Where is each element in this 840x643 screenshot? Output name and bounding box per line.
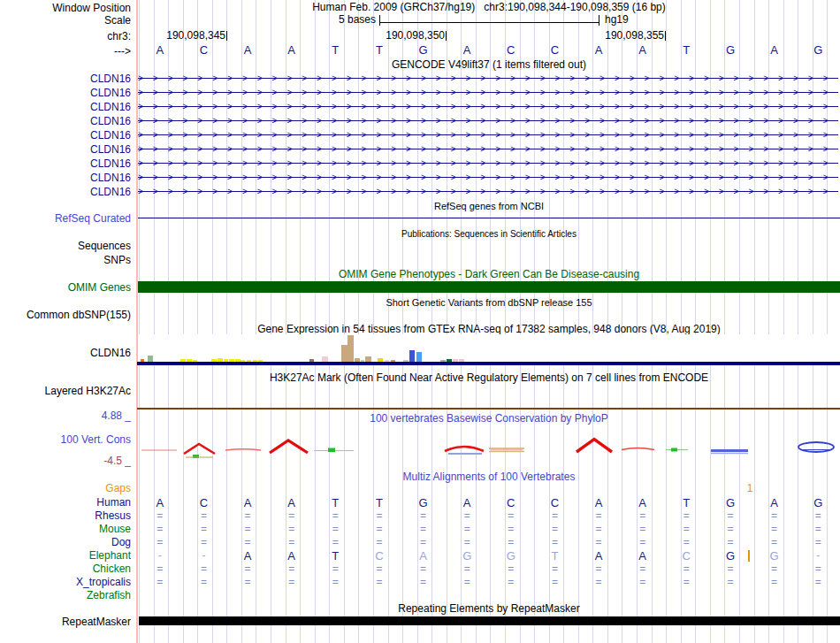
omim-genes-label[interactable]: OMIM Genes — [0, 281, 131, 294]
multiz-cell: = — [621, 563, 665, 576]
multiz-cell — [225, 589, 270, 602]
multiz-cell — [533, 589, 577, 602]
multiz-species-label[interactable]: Zebrafish — [0, 589, 131, 601]
multiz-cell: = — [401, 523, 446, 536]
dna-sequence-row[interactable]: ACAATTGACCAATGAG — [138, 44, 840, 57]
multiz-cell: G — [489, 549, 533, 563]
repeatmasker-bar[interactable] — [139, 616, 840, 625]
gencode-gene-row[interactable]: >>>>>>>>>>>>>>>>>>>>>>>>>>>>>>>>>>>>>>>>… — [138, 115, 838, 126]
multiz-cell: T — [665, 496, 709, 509]
multiz-cell: = — [533, 523, 577, 536]
gencode-gene-row[interactable]: >>>>>>>>>>>>>>>>>>>>>>>>>>>>>>>>>>>>>>>>… — [138, 129, 838, 141]
repeatmasker-label[interactable]: RepeatMasker — [0, 616, 131, 628]
gencode-gene-label[interactable]: CLDN16 — [0, 101, 131, 113]
gaps-label[interactable]: Gaps — [0, 482, 131, 494]
multiz-cell: C — [357, 549, 401, 563]
multiz-species-row[interactable]: ================ — [138, 536, 840, 549]
gencode-gene-label[interactable]: CLDN16 — [0, 73, 131, 85]
gencode-gene-row[interactable]: >>>>>>>>>>>>>>>>>>>>>>>>>>>>>>>>>>>>>>>>… — [138, 101, 838, 112]
multiz-cell: T — [357, 496, 401, 509]
gencode-gene-label[interactable]: CLDN16 — [0, 172, 131, 184]
gencode-gene-label[interactable]: CLDN16 — [0, 87, 131, 99]
multiz-cell: = — [708, 576, 752, 589]
gencode-gene-label[interactable]: CLDN16 — [0, 129, 131, 142]
multiz-cell: A — [225, 549, 270, 563]
omim-gene-bar[interactable] — [138, 281, 840, 293]
multiz-species-row[interactable]: ================ — [138, 576, 840, 589]
multiz-species-row[interactable]: ================ — [138, 523, 840, 536]
publications-sequences-label[interactable]: Sequences — [0, 240, 131, 252]
genome-browser: Window Position Human Feb. 2009 (GRCh37/… — [0, 0, 840, 643]
gtex-baseline-bar[interactable] — [137, 362, 840, 365]
gencode-gene-row[interactable]: >>>>>>>>>>>>>>>>>>>>>>>>>>>>>>>>>>>>>>>>… — [138, 73, 838, 84]
sequence-base: A — [752, 44, 797, 57]
gtex-tissue-bar[interactable] — [341, 345, 347, 362]
publications-snps-label[interactable]: SNPs — [0, 254, 131, 266]
multiz-species-label[interactable]: Human — [0, 496, 131, 509]
multiz-cell: = — [489, 576, 533, 589]
multiz-species-row[interactable]: ACAATTGACCAATGAG — [138, 496, 840, 509]
multiz-cell: = — [665, 509, 709, 523]
gencode-gene-label[interactable]: CLDN16 — [0, 143, 131, 156]
gencode-gene-label[interactable]: CLDN16 — [0, 115, 131, 127]
gtex-expression-chart[interactable] — [138, 334, 840, 362]
multiz-species-label[interactable]: Chicken — [0, 563, 131, 575]
refseq-curated-line[interactable] — [138, 218, 840, 218]
multiz-species-row[interactable] — [138, 589, 840, 602]
layered-h3k27ac-label[interactable]: Layered H3K27Ac — [0, 385, 131, 397]
multiz-cell: = — [752, 563, 797, 576]
multiz-species-label[interactable]: Elephant — [0, 549, 131, 562]
conservation-label[interactable]: 100 Vert. Cons — [0, 433, 131, 446]
refseq-curated-label[interactable]: RefSeq Curated — [0, 212, 131, 225]
multiz-cell — [708, 589, 752, 602]
multiz-species-label[interactable]: X_tropicalis — [0, 576, 131, 588]
multiz-cell: T — [314, 549, 358, 563]
multiz-cell: = — [182, 523, 226, 536]
multiz-cell: = — [357, 509, 401, 523]
multiz-species-row[interactable]: ================ — [138, 563, 840, 576]
elephant-insertion-tick — [748, 550, 750, 562]
multiz-cell: = — [708, 536, 752, 549]
scale-ruler — [379, 15, 599, 26]
multiz-cell: = — [182, 576, 226, 589]
gencode-gene-label[interactable]: CLDN16 — [0, 157, 131, 170]
multiz-cell: = — [796, 523, 840, 536]
multiz-cell: = — [225, 563, 270, 576]
assembly-position-title: Human Feb. 2009 (GRCh37/hg19) chr3:190,0… — [138, 2, 840, 13]
gencode-gene-row[interactable]: >>>>>>>>>>>>>>>>>>>>>>>>>>>>>>>>>>>>>>>>… — [138, 87, 838, 98]
multiz-cell: = — [138, 523, 182, 536]
sequence-base: C — [533, 44, 577, 57]
multiz-cell: = — [401, 536, 446, 549]
gtex-tissue-bar[interactable] — [347, 335, 354, 362]
multiz-cell: = — [357, 536, 401, 549]
multiz-cell — [401, 589, 446, 602]
gencode-gene-row[interactable]: >>>>>>>>>>>>>>>>>>>>>>>>>>>>>>>>>>>>>>>>… — [138, 157, 838, 169]
multiz-species-label[interactable]: Rhesus — [0, 509, 131, 522]
sequence-base: A — [577, 44, 621, 57]
sequence-base: A — [270, 44, 314, 57]
multiz-species-row[interactable]: --AATCAGGTAACGG- — [138, 549, 840, 563]
gtex-tissue-bar[interactable] — [416, 352, 422, 362]
h3k27ac-baseline[interactable] — [137, 408, 840, 410]
multiz-species-label[interactable]: Mouse — [0, 523, 131, 535]
sequence-base: A — [445, 44, 489, 57]
gencode-gene-row[interactable]: >>>>>>>>>>>>>>>>>>>>>>>>>>>>>>>>>>>>>>>>… — [138, 186, 838, 197]
gencode-gene-row[interactable]: >>>>>>>>>>>>>>>>>>>>>>>>>>>>>>>>>>>>>>>>… — [138, 143, 838, 155]
gencode-gene-row[interactable]: >>>>>>>>>>>>>>>>>>>>>>>>>>>>>>>>>>>>>>>>… — [138, 172, 838, 183]
conservation-wiggle[interactable] — [137, 433, 840, 463]
multiz-cell: C — [182, 496, 226, 509]
gencode-gene-label[interactable]: CLDN16 — [0, 186, 131, 198]
genome-label: hg19 — [605, 14, 629, 26]
conservation-min-label: -4.5 _ — [0, 455, 131, 467]
gtex-gene-label[interactable]: CLDN16 — [0, 347, 131, 359]
multiz-cell: G — [752, 549, 797, 563]
gtex-tissue-bar[interactable] — [148, 356, 153, 362]
gtex-tissue-bar[interactable] — [409, 350, 415, 362]
multiz-cell: A — [401, 549, 446, 563]
common-dbsnp-label[interactable]: Common dbSNP(155) — [0, 309, 131, 321]
multiz-species-label[interactable]: Dog — [0, 536, 131, 548]
sequence-base: G — [796, 44, 840, 57]
refseq-track-title: RefSeq genes from NCBI — [138, 201, 840, 212]
multiz-species-row[interactable]: ================ — [138, 509, 840, 523]
multiz-cell: = — [314, 523, 358, 536]
